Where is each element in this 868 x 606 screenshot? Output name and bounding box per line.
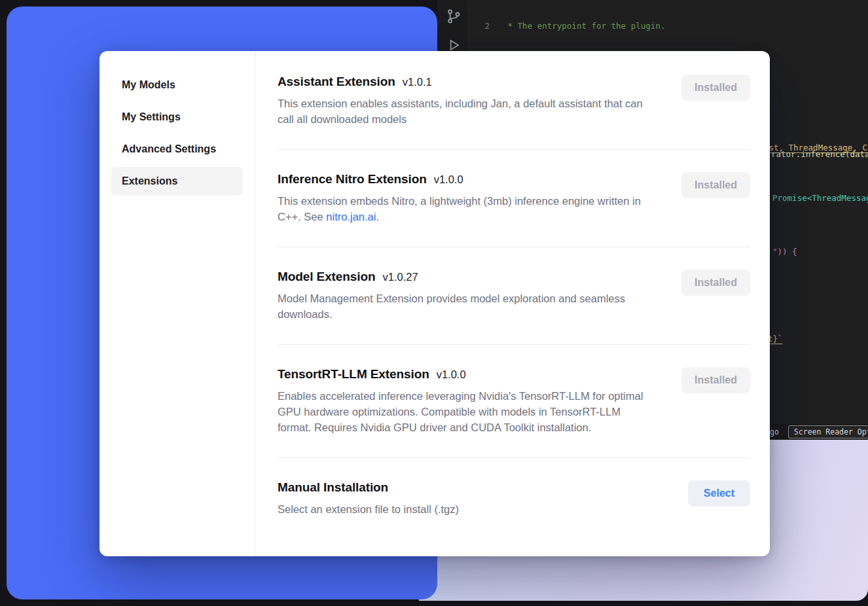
- extension-description: Model Management Extension provides mode…: [278, 291, 656, 322]
- extension-description: Enables accelerated inference leveraging…: [278, 388, 656, 435]
- extension-row-model: Model Extension v1.0.27 Model Management…: [278, 247, 750, 345]
- extension-version: v1.0.1: [403, 76, 432, 88]
- sidebar-item-advanced-settings[interactable]: Advanced Settings: [111, 135, 243, 164]
- extension-title: Model Extension: [278, 270, 375, 284]
- code-text: * The entrypoint for the plugin.: [503, 21, 665, 31]
- nitro-link[interactable]: nitro.jan.ai: [326, 211, 376, 223]
- code-fragment: ")) {: [772, 247, 797, 257]
- line-number: 2: [467, 21, 503, 32]
- extension-title: Assistant Extension: [278, 75, 395, 89]
- extension-description: This extension enables assistants, inclu…: [278, 96, 656, 127]
- installed-button[interactable]: Installed: [681, 172, 750, 198]
- settings-sidebar: My Models My Settings Advanced Settings …: [99, 51, 255, 556]
- manual-installation-row: Manual Installation Select an extension …: [278, 458, 750, 517]
- extension-description: This extension embeds Nitro, a lightweig…: [278, 193, 656, 224]
- extension-row-assistant: Assistant Extension v1.0.1 This extensio…: [278, 75, 750, 150]
- extension-title: Inference Nitro Extension: [278, 172, 427, 187]
- sidebar-item-my-settings[interactable]: My Settings: [111, 103, 243, 132]
- manual-installation-title: Manual Installation: [278, 480, 388, 495]
- extension-title: TensortRT-LLM Extension: [278, 367, 429, 382]
- installed-button[interactable]: Installed: [681, 367, 750, 393]
- installed-button[interactable]: Installed: [681, 270, 750, 296]
- screen-reader-optimize-button[interactable]: Screen Reader Optimize: [788, 425, 868, 438]
- manual-installation-description: Select an extension file to install (.tg…: [278, 501, 459, 517]
- extensions-panel: Assistant Extension v1.0.1 This extensio…: [255, 51, 770, 556]
- code-fragment: rator.inference(data));: [771, 150, 868, 159]
- installed-button[interactable]: Installed: [681, 75, 750, 101]
- extension-row-tensorrt-llm: TensortRT-LLM Extension v1.0.0 Enables a…: [278, 345, 750, 458]
- extension-version: v1.0.27: [382, 271, 418, 283]
- source-control-icon[interactable]: [445, 8, 462, 25]
- extension-version: v1.0.0: [434, 173, 463, 186]
- select-file-button[interactable]: Select: [688, 480, 750, 507]
- sidebar-item-extensions[interactable]: Extensions: [111, 167, 243, 196]
- extension-row-inference-nitro: Inference Nitro Extension v1.0.0 This ex…: [278, 150, 750, 247]
- code-line: 2 * The entrypoint for the plugin.: [467, 21, 868, 32]
- settings-card: My Models My Settings Advanced Settings …: [99, 51, 770, 556]
- status-text: go: [770, 427, 779, 437]
- desktop: 2 * The entrypoint for the plugin. 3 */ …: [0, 0, 868, 606]
- sidebar-item-my-models[interactable]: My Models: [111, 71, 243, 99]
- description-text: .: [376, 211, 379, 223]
- extension-version: v1.0.0: [437, 368, 466, 381]
- code-fragment: t}`: [768, 334, 783, 344]
- code-fragment: Promise<ThreadMessage>: [772, 194, 868, 203]
